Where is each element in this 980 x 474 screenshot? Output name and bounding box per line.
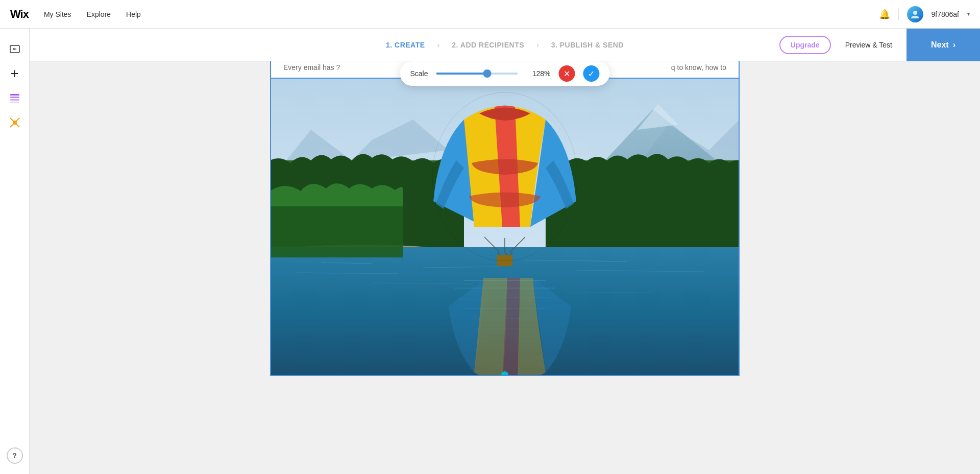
wizard-step-1[interactable]: 1. CREATE — [386, 41, 425, 49]
paint-button[interactable] — [5, 88, 25, 108]
next-button[interactable]: Next › — [906, 29, 980, 61]
wizard-bar: 1. CREATE › 2. ADD RECIPIENTS › 3. PUBLI… — [30, 29, 980, 61]
step-3-label: 3. PUBLISH & SEND — [551, 41, 624, 49]
confirm-icon: ✓ — [588, 69, 595, 79]
avatar-icon — [910, 9, 920, 19]
svg-rect-3 — [10, 97, 19, 98]
step-1-label: 1. CREATE — [386, 41, 425, 49]
nav-right: 🔔 9f7806af ▾ — [879, 6, 981, 22]
chevron-down-icon[interactable]: ▾ — [967, 11, 970, 17]
pattern-icon — [9, 116, 21, 129]
svg-rect-2 — [10, 94, 19, 96]
wizard-step-2[interactable]: 2. ADD RECIPIENTS — [452, 41, 524, 49]
user-avatar — [907, 6, 923, 22]
left-sidebar: + ? — [0, 29, 30, 474]
canvas-wrapper: Scale 128% ✕ ✓ Every email has ? q to kn… — [234, 61, 775, 376]
svg-rect-4 — [10, 99, 19, 101]
svg-point-0 — [913, 11, 917, 15]
nav-divider — [898, 8, 899, 20]
scale-cancel-button[interactable]: ✕ — [559, 65, 575, 82]
wizard-actions: Upgrade Preview & Test Next › — [779, 29, 980, 61]
main-content: Scale 128% ✕ ✓ Every email has ? q to kn… — [30, 61, 980, 474]
step-arrow-2: › — [536, 41, 539, 49]
preview-test-button[interactable]: Preview & Test — [837, 37, 900, 53]
pattern-button[interactable] — [5, 112, 25, 133]
scale-toolbar: Scale 128% ✕ ✓ — [400, 61, 609, 86]
step-2-label: 2. ADD RECIPIENTS — [452, 41, 524, 49]
bottom-resize-handle[interactable] — [501, 371, 508, 376]
user-name[interactable]: 9f7806af — [932, 10, 960, 18]
bell-icon[interactable]: 🔔 — [879, 9, 890, 20]
scale-slider[interactable] — [436, 73, 518, 75]
scale-confirm-button[interactable]: ✓ — [583, 65, 600, 82]
cancel-icon: ✕ — [564, 69, 570, 79]
back-icon — [9, 43, 20, 55]
my-sites-link[interactable]: My Sites — [44, 10, 71, 18]
header-text-left: Every email has ? — [283, 63, 340, 72]
scale-slider-wrapper — [436, 73, 518, 75]
nav-links: My Sites Explore Help — [44, 10, 141, 18]
paint-icon — [9, 92, 21, 104]
upgrade-button[interactable]: Upgrade — [779, 36, 831, 54]
top-nav: Wix My Sites Explore Help 🔔 9f7806af ▾ — [0, 0, 980, 29]
balloon-svg — [271, 79, 739, 375]
help-icon: ? — [12, 452, 17, 460]
wizard-step-3[interactable]: 3. PUBLISH & SEND — [551, 41, 624, 49]
wix-logo-text: Wix — [10, 8, 29, 21]
step-arrow-1: › — [437, 41, 440, 49]
help-button[interactable]: ? — [7, 447, 23, 464]
next-button-label: Next — [931, 40, 949, 50]
explore-link[interactable]: Explore — [87, 10, 111, 18]
scale-label: Scale — [410, 69, 428, 78]
header-text-right: q to know, how to — [671, 63, 726, 72]
help-link[interactable]: Help — [126, 10, 141, 18]
wix-logo: Wix — [0, 8, 39, 21]
add-icon: + — [10, 65, 18, 82]
svg-rect-23 — [497, 255, 512, 266]
balloon-scene — [271, 79, 739, 375]
back-button[interactable] — [5, 39, 25, 59]
image-container[interactable] — [270, 78, 740, 376]
scale-value: 128% — [526, 69, 551, 78]
svg-rect-5 — [10, 102, 19, 103]
next-arrow-icon: › — [953, 40, 955, 50]
add-button[interactable]: + — [5, 63, 25, 84]
